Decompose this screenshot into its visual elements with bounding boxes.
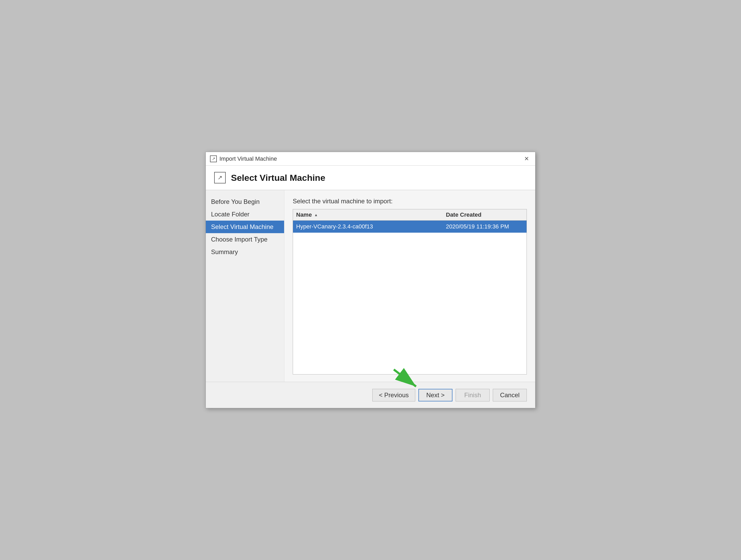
close-button[interactable]: ✕: [522, 154, 531, 163]
header-icon: ↗: [214, 172, 226, 183]
col-name-header[interactable]: Name ▲: [293, 212, 443, 218]
vm-table: Name ▲ Date Created Hyper-VCanary-2.3.4-…: [293, 209, 527, 375]
page-header: ↗ Select Virtual Machine: [206, 166, 535, 190]
col-date-header[interactable]: Date Created: [443, 212, 527, 218]
main-content: Select the virtual machine to import: Na…: [284, 190, 535, 382]
title-bar: ↗ Import Virtual Machine ✕: [206, 152, 535, 166]
previous-button[interactable]: < Previous: [372, 389, 415, 401]
dialog-title: Import Virtual Machine: [219, 155, 277, 162]
footer: < Previous Next > Finish Cancel: [206, 382, 535, 408]
finish-button[interactable]: Finish: [456, 389, 490, 401]
vm-date-cell: 2020/05/19 11:19:36 PM: [443, 223, 527, 230]
page-title: Select Virtual Machine: [231, 173, 325, 183]
sort-icon[interactable]: ▲: [314, 213, 319, 217]
sidebar-item-select-vm[interactable]: Select Virtual Machine: [206, 221, 284, 233]
sidebar: Before You Begin Locate Folder Select Vi…: [206, 190, 284, 382]
dialog-icon: ↗: [210, 155, 217, 162]
sidebar-item-summary[interactable]: Summary: [206, 246, 284, 258]
instruction-text: Select the virtual machine to import:: [293, 197, 527, 205]
sidebar-item-choose-import-type[interactable]: Choose Import Type: [206, 233, 284, 246]
next-button[interactable]: Next >: [418, 389, 453, 401]
title-bar-left: ↗ Import Virtual Machine: [210, 155, 277, 162]
table-header: Name ▲ Date Created: [293, 209, 527, 221]
cancel-button[interactable]: Cancel: [493, 389, 527, 401]
vm-name-cell: Hyper-VCanary-2.3.4-ca00f13: [293, 223, 443, 230]
sidebar-item-before-you-begin[interactable]: Before You Begin: [206, 195, 284, 208]
sidebar-item-locate-folder[interactable]: Locate Folder: [206, 208, 284, 221]
import-vm-dialog: ↗ Import Virtual Machine ✕ ↗ Select Virt…: [206, 152, 535, 408]
table-body[interactable]: Hyper-VCanary-2.3.4-ca00f13 2020/05/19 1…: [293, 221, 527, 374]
table-row[interactable]: Hyper-VCanary-2.3.4-ca00f13 2020/05/19 1…: [293, 221, 527, 233]
body-section: Before You Begin Locate Folder Select Vi…: [206, 190, 535, 382]
